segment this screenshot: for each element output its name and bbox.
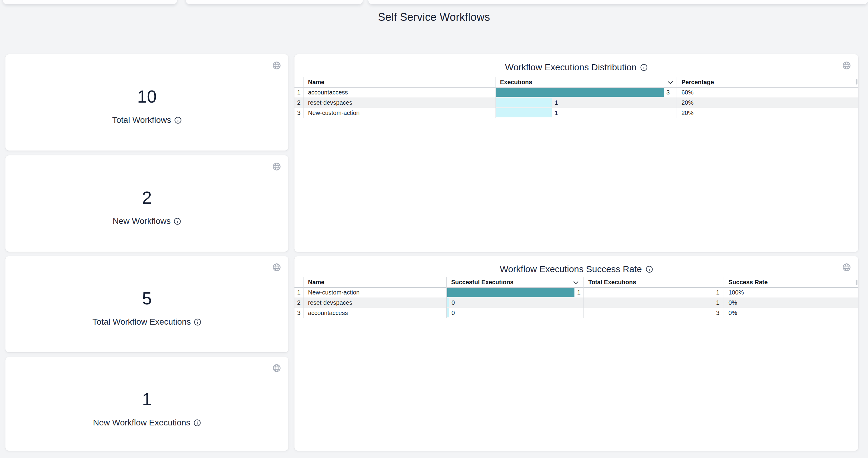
globe-icon[interactable] xyxy=(272,263,281,272)
workflow-name: accountaccess xyxy=(308,87,348,97)
stat-label: Total Workflow Executions xyxy=(93,317,191,327)
table-row: 2 reset-devspaces 1 20% xyxy=(294,97,858,108)
column-divider xyxy=(677,77,677,118)
stat-label: New Workflows xyxy=(113,216,170,226)
info-icon[interactable] xyxy=(646,265,653,273)
bar-value-label: 0 xyxy=(452,299,455,306)
total-executions-value: 1 xyxy=(588,297,719,308)
percentage-value: 20% xyxy=(681,108,693,118)
workflow-name: reset-devspaces xyxy=(308,97,352,108)
column-header-rate[interactable]: Success Rate xyxy=(728,277,768,287)
scrollbar-thumb[interactable] xyxy=(856,79,858,84)
column-divider xyxy=(584,277,584,318)
executions-bar-cell: 1 xyxy=(496,108,558,118)
table-row: 3 accountaccess 0 3 0% xyxy=(294,308,858,318)
total-executions-value: 3 xyxy=(588,308,719,318)
percentage-value: 20% xyxy=(681,97,693,108)
table-row: 1 accountaccess 3 60% xyxy=(294,87,858,97)
table-header-row: Name Executions Percentage xyxy=(294,77,858,87)
bar-value-label: 1 xyxy=(555,99,558,106)
stat-label: New Workflow Executions xyxy=(93,418,190,428)
column-divider xyxy=(303,77,304,118)
page-title: Self Service Workflows xyxy=(0,11,868,24)
workflow-name: New-custom-action xyxy=(308,287,360,297)
column-header-name[interactable]: Name xyxy=(308,77,324,87)
stat-value: 2 xyxy=(5,187,288,208)
stat-card-new-workflow-executions: 1 New Workflow Executions xyxy=(5,357,288,451)
column-header-name[interactable]: Name xyxy=(308,277,324,287)
cutoff-card-top-middle xyxy=(186,0,363,4)
successful-executions-bar-cell: 1 xyxy=(447,287,581,297)
globe-icon[interactable] xyxy=(272,61,281,70)
table-row: 3 New-custom-action 1 20% xyxy=(294,108,858,118)
info-icon[interactable] xyxy=(640,64,648,71)
row-index: 1 xyxy=(294,87,303,97)
successful-executions-bar xyxy=(447,298,449,307)
successful-executions-bar-cell: 0 xyxy=(447,297,455,308)
workflow-name: New-custom-action xyxy=(308,108,360,118)
row-index: 3 xyxy=(294,308,303,318)
success-rate-value: 100% xyxy=(728,287,744,297)
executions-bar-cell: 3 xyxy=(496,87,670,97)
card-title: Workflow Executions Success Rate xyxy=(500,264,642,274)
stat-value: 5 xyxy=(5,288,288,309)
stat-card-total-workflow-executions: 5 Total Workflow Executions xyxy=(5,256,288,352)
success-rate-value: 0% xyxy=(728,308,737,318)
successful-executions-bar xyxy=(447,288,575,297)
globe-icon[interactable] xyxy=(272,364,281,373)
workflow-name: accountaccess xyxy=(308,308,348,318)
column-header-total[interactable]: Total Executions xyxy=(588,277,636,287)
successful-executions-bar xyxy=(447,308,449,317)
executions-bar xyxy=(496,108,552,117)
table-row: 1 New-custom-action 1 1 100% xyxy=(294,287,858,297)
workflow-executions-success-rate-card: Workflow Executions Success Rate Name Su… xyxy=(294,256,858,451)
row-index: 3 xyxy=(294,108,303,118)
executions-bar-cell: 1 xyxy=(496,97,558,108)
percentage-value: 60% xyxy=(681,87,693,97)
cutoff-card-top-right xyxy=(368,0,868,4)
column-divider xyxy=(303,277,304,318)
stat-label: Total Workflows xyxy=(112,115,171,125)
row-index: 2 xyxy=(294,297,303,308)
table-row: 2 reset-devspaces 0 1 0% xyxy=(294,297,858,308)
cutoff-card-top-left xyxy=(3,0,177,4)
card-title: Workflow Executions Distribution xyxy=(505,62,637,73)
info-icon[interactable] xyxy=(193,419,201,427)
column-header-successful[interactable]: Succesful Executions xyxy=(451,277,514,287)
info-icon[interactable] xyxy=(194,318,201,326)
success-rate-value: 0% xyxy=(728,297,737,308)
workflow-name: reset-devspaces xyxy=(308,297,352,308)
scrollbar-thumb[interactable] xyxy=(856,280,858,285)
sort-chevron-down-icon[interactable] xyxy=(668,80,673,84)
column-divider xyxy=(446,277,447,318)
info-icon[interactable] xyxy=(174,218,181,225)
stat-card-new-workflows: 2 New Workflows xyxy=(5,155,288,252)
bar-value-label: 3 xyxy=(666,89,670,96)
sort-chevron-down-icon[interactable] xyxy=(573,280,579,284)
globe-icon[interactable] xyxy=(272,162,281,171)
stat-value: 1 xyxy=(5,388,288,410)
column-header-executions[interactable]: Executions xyxy=(500,77,532,87)
info-icon[interactable] xyxy=(174,116,182,124)
executions-bar xyxy=(496,88,664,97)
bar-value-label: 0 xyxy=(452,310,455,316)
row-index: 2 xyxy=(294,97,303,108)
bar-value-label: 1 xyxy=(555,110,558,116)
stat-value: 10 xyxy=(5,86,288,107)
row-index: 1 xyxy=(294,287,303,297)
bar-value-label: 1 xyxy=(577,289,581,296)
workflow-executions-distribution-card: Workflow Executions Distribution Name Ex… xyxy=(294,54,858,252)
total-executions-value: 1 xyxy=(588,287,719,297)
column-header-percentage[interactable]: Percentage xyxy=(681,77,714,87)
stat-card-total-workflows: 10 Total Workflows xyxy=(5,54,288,150)
successful-executions-bar-cell: 0 xyxy=(447,308,455,318)
table-header-row: Name Succesful Executions Total Executio… xyxy=(294,277,858,287)
executions-bar xyxy=(496,98,552,107)
